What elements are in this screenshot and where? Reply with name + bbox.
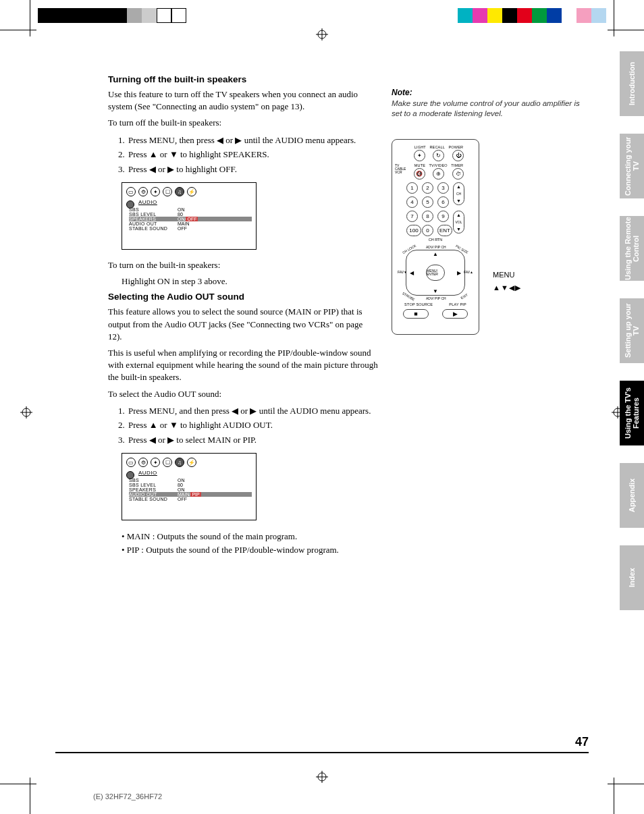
osd-screenshot-audio-out: ▭⚙✦☐♫⚡AUDIOSBSONSBS LEVEL80SPEAKERSONAUD… bbox=[122, 453, 257, 520]
body-text: To turn on the built-in speakers: bbox=[108, 259, 378, 271]
chapter-tabs: IntroductionConnecting your TVUsing the … bbox=[620, 51, 644, 610]
body-text: Use this feature to turn off the TV spea… bbox=[108, 88, 378, 113]
step-list: Press MENU, then press ◀ or ▶ until the … bbox=[108, 134, 378, 176]
recall-button-icon: ↻ bbox=[433, 150, 444, 161]
num-3-button: 3 bbox=[437, 182, 449, 194]
num-8-button: 8 bbox=[422, 211, 433, 222]
crop-mark bbox=[30, 778, 30, 814]
registration-mark-icon bbox=[316, 771, 328, 786]
crop-mark bbox=[0, 784, 36, 784]
remote-control-illustration: TVCABLEVCR LIGHTRECALLPOWER ✦ ↻ ⏻ MUTETV… bbox=[392, 139, 479, 335]
section-heading: Selecting the Audio OUT sound bbox=[108, 292, 378, 302]
list-item: Press MENU, then press ◀ or ▶ until the … bbox=[127, 134, 378, 147]
chapter-tab: Index bbox=[620, 545, 644, 610]
number-pad: 1 2 3 ▲CH▼ 4 5 6 7 8 9 ▲VOL▼ 100 0 ENT bbox=[398, 182, 473, 236]
num-4-button: 4 bbox=[406, 196, 418, 208]
light-button-icon: ✦ bbox=[414, 150, 425, 161]
remote-diagram: TVCABLEVCR LIGHTRECALLPOWER ✦ ↻ ⏻ MUTETV… bbox=[392, 139, 581, 335]
body-text: This feature allows you to select the so… bbox=[108, 306, 378, 343]
body-text: This is useful when amplifying or record… bbox=[108, 347, 378, 384]
chapter-tab: Setting up your TV bbox=[620, 298, 644, 363]
note-text: Make sure the volume control of your aud… bbox=[392, 99, 581, 119]
mode-switch: TVCABLEVCR bbox=[395, 164, 406, 174]
right-column: Note: Make sure the volume control of yo… bbox=[392, 88, 581, 335]
list-item: Press MENU, and then press ◀ or ▶ until … bbox=[127, 404, 378, 418]
list-item: Press ◀ or ▶ to select MAIN or PIP. bbox=[127, 433, 378, 447]
page-content: Turning off the built-in speakers Use th… bbox=[108, 54, 590, 760]
osd-screenshot-speakers: ▭⚙✦☐♫⚡AUDIOSBSONSBS LEVEL80SPEAKERSON/OF… bbox=[122, 182, 257, 250]
body-text: To select the Audio OUT sound: bbox=[108, 388, 378, 400]
num-6-button: 6 bbox=[437, 196, 449, 208]
color-bar-right bbox=[458, 8, 606, 23]
body-text: To turn off the built-in speakers: bbox=[108, 117, 378, 129]
step-list: Press MENU, and then press ◀ or ▶ until … bbox=[108, 404, 378, 447]
list-item: Press ◀ or ▶ to highlight OFF. bbox=[127, 163, 378, 176]
num-1-button: 1 bbox=[406, 182, 418, 194]
bullet-list: • MAIN : Outputs the sound of the main p… bbox=[108, 530, 378, 556]
body-text: Highlight ON in step 3 above. bbox=[108, 275, 378, 288]
page-number: 47 bbox=[575, 735, 589, 749]
num-0-button: 0 bbox=[422, 225, 433, 236]
footer-code: (E) 32HF72_36HF72 bbox=[93, 792, 162, 801]
crop-mark bbox=[614, 0, 614, 36]
channel-rocker: ▲CH▼ bbox=[453, 182, 464, 205]
chapter-tab: Using the Remote Control bbox=[620, 216, 644, 281]
dpad: ADV/ PIP CH ADV/ PIP CH FAV▼ FAV▲ CH LOC… bbox=[400, 246, 471, 300]
registration-mark-icon bbox=[316, 28, 328, 43]
ent-button: ENT bbox=[437, 225, 452, 236]
crop-mark bbox=[0, 30, 36, 30]
chapter-tab: Connecting your TV bbox=[620, 134, 644, 198]
chapter-tab: Appendix bbox=[620, 463, 644, 528]
mute-button-icon: 🔇 bbox=[414, 168, 425, 180]
left-arrow-icon: ◀ bbox=[410, 270, 414, 276]
section-heading: Turning off the built-in speakers bbox=[108, 74, 378, 84]
volume-rocker: ▲VOL▼ bbox=[453, 211, 464, 234]
chapter-tab: Using the TV's Features bbox=[620, 381, 644, 445]
callout-arrows-label: ▲▼◀▶ bbox=[493, 283, 521, 292]
num-5-button: 5 bbox=[422, 196, 433, 208]
num-9-button: 9 bbox=[437, 211, 449, 222]
list-item: • PIP : Outputs the sound of the PIP/dou… bbox=[122, 543, 378, 557]
page-rule bbox=[55, 752, 589, 753]
play-button-icon: ▶ bbox=[442, 309, 468, 319]
color-bar-left bbox=[38, 8, 186, 23]
crop-mark bbox=[614, 778, 614, 814]
ch-rtn-label: CH RTN bbox=[396, 238, 475, 242]
num-100-button: 100 bbox=[406, 225, 421, 236]
list-item: Press ▲ or ▼ to highlight SPEAKERS. bbox=[127, 148, 378, 161]
right-arrow-icon: ▶ bbox=[457, 270, 461, 276]
note-heading: Note: bbox=[392, 88, 581, 97]
up-arrow-icon: ▲ bbox=[433, 251, 438, 257]
crop-mark bbox=[30, 0, 30, 36]
num-7-button: 7 bbox=[406, 211, 418, 222]
power-button-icon: ⏻ bbox=[452, 150, 464, 161]
chapter-tab: Introduction bbox=[620, 51, 644, 116]
num-2-button: 2 bbox=[422, 182, 433, 194]
tv-video-button-icon: ⊕ bbox=[433, 168, 444, 180]
list-item: • MAIN : Outputs the sound of the main p… bbox=[122, 530, 378, 543]
registration-mark-icon bbox=[20, 406, 32, 421]
callout-menu-label: MENU bbox=[493, 271, 514, 279]
left-column: Turning off the built-in speakers Use th… bbox=[108, 74, 378, 556]
menu-enter-button: MENU/ ENTER bbox=[426, 265, 445, 281]
down-arrow-icon: ▼ bbox=[433, 288, 438, 294]
timer-button-icon: ⏱ bbox=[452, 168, 464, 180]
list-item: Press ▲ or ▼ to highlight AUDIO OUT. bbox=[127, 418, 378, 432]
stop-button-icon: ■ bbox=[403, 309, 429, 319]
